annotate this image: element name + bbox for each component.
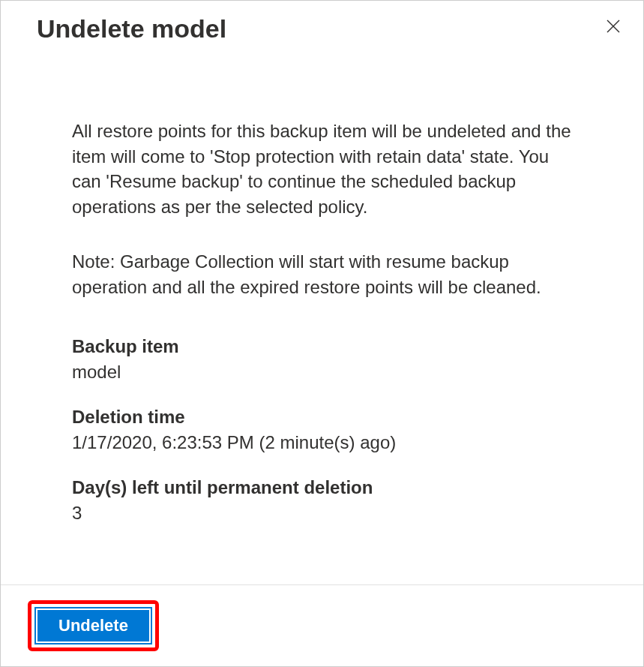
backup-item-field: Backup item model — [72, 336, 572, 383]
note-text: Note: Garbage Collection will start with… — [72, 249, 572, 299]
days-left-field: Day(s) left until permanent deletion 3 — [72, 477, 572, 524]
close-icon — [604, 17, 622, 38]
deletion-time-field: Deletion time 1/17/2020, 6:23:53 PM (2 m… — [72, 407, 572, 453]
backup-item-value: model — [72, 362, 572, 383]
deletion-time-value: 1/17/2020, 6:23:53 PM (2 minute(s) ago) — [72, 432, 572, 453]
close-button[interactable] — [601, 14, 625, 41]
dialog-title: Undelete model — [37, 14, 226, 44]
undelete-button[interactable]: Undelete — [36, 608, 151, 643]
dialog-footer: Undelete — [1, 584, 643, 666]
backup-item-label: Backup item — [72, 336, 572, 357]
days-left-label: Day(s) left until permanent deletion — [72, 477, 572, 498]
dialog-header: Undelete model — [1, 1, 643, 51]
highlight-box: Undelete — [28, 600, 159, 651]
description-text: All restore points for this backup item … — [72, 119, 572, 219]
dialog-content: All restore points for this backup item … — [1, 51, 643, 584]
deletion-time-label: Deletion time — [72, 407, 572, 428]
days-left-value: 3 — [72, 503, 572, 524]
